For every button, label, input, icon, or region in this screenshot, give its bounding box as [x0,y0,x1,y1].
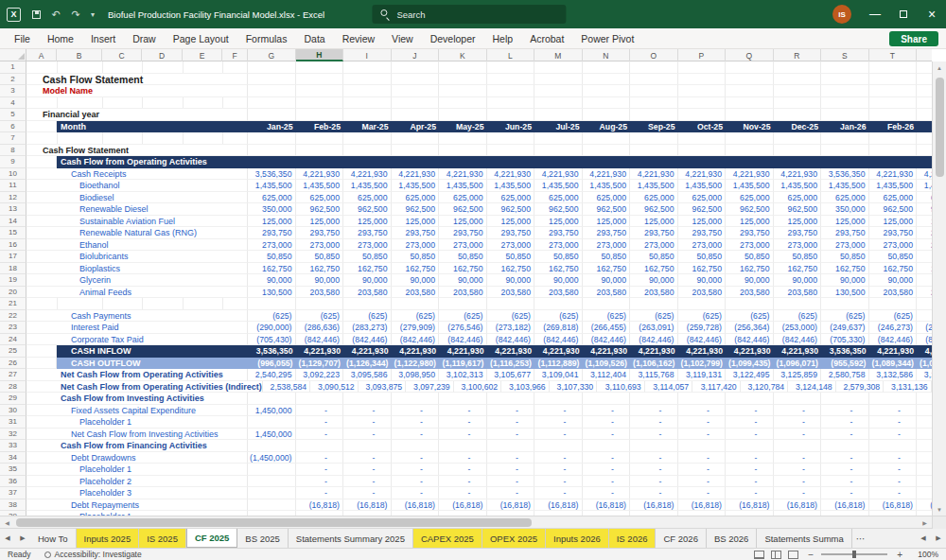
cell-I19[interactable]: 90,000 [343,274,392,287]
cell-R14[interactable]: 125,000 [774,216,822,228]
cell-H35[interactable]: - [296,464,344,476]
cell-J2[interactable] [392,74,440,86]
column-header-B[interactable]: B [57,49,102,61]
cell-U30[interactable]: - [917,405,932,417]
cell-U8[interactable] [917,145,932,157]
cell-P1[interactable] [678,61,727,74]
cell-K17[interactable]: 50,850 [439,251,487,263]
cell-H18[interactable]: 162,750 [296,263,344,275]
cell-S20[interactable]: 130,500 [821,287,869,299]
cell-K31[interactable]: - [439,416,487,429]
row-label-25[interactable]: CASH INFLOW [57,345,248,358]
cell-O15[interactable]: 293,750 [630,227,678,239]
cell-H8[interactable] [296,145,344,157]
cell-L19[interactable]: 90,000 [487,274,535,287]
cell-I27[interactable]: 3,095,586 [343,369,392,381]
cell-H10[interactable]: 4,221,930 [296,168,344,181]
row-header-10[interactable]: 10 [0,168,26,181]
cell-N8[interactable] [583,145,631,157]
cell-U34[interactable]: - [917,452,932,464]
cell-J20[interactable]: 203,580 [392,287,440,299]
cell-G2[interactable] [248,74,296,86]
cell-S28[interactable]: 2,579,308 [836,381,885,394]
cell-T35[interactable]: - [869,464,918,476]
cell-T27[interactable]: 3,132,586 [869,369,918,381]
row-header-18[interactable]: 18 [0,263,26,275]
cell-N20[interactable]: 203,580 [583,287,631,299]
zoom-in-button[interactable]: + [897,550,902,560]
cell-G23[interactable]: (290,000) [248,322,296,334]
share-button[interactable]: Share [889,31,938,46]
select-all-corner[interactable] [0,49,26,61]
cell-S25[interactable]: 3,536,350 [821,345,869,358]
cell-J25[interactable]: 4,221,930 [392,345,440,358]
row-label-3[interactable]: Model Name [26,85,248,97]
cell-Q13[interactable]: 962,500 [726,203,774,216]
cell-S24[interactable]: (705,330) [821,334,869,346]
cell-R4[interactable] [774,97,822,110]
cell-Q32[interactable]: - [726,429,774,441]
sheet-tab-cf-2025[interactable]: CF 2025 [186,529,237,548]
column-header-J[interactable]: J [392,49,440,61]
column-header-E[interactable]: E [183,49,222,61]
cell-J11[interactable]: 1,435,500 [392,180,440,192]
cell-G17[interactable]: 50,850 [248,251,296,263]
cell-J38[interactable]: (16,818) [392,499,440,512]
cell-J31[interactable]: - [392,416,440,429]
cell-J4[interactable] [392,97,440,110]
cell-M11[interactable]: 1,435,500 [534,180,583,192]
row-label-23[interactable]: Interest Paid [26,322,248,334]
cell-P24[interactable]: (842,446) [678,334,727,346]
cell-M36[interactable]: - [534,476,583,488]
cell-N36[interactable]: - [583,476,631,488]
cell-I2[interactable] [343,74,392,86]
cell-L31[interactable]: - [487,416,535,429]
cell-G33[interactable] [248,440,296,452]
cell-I7[interactable] [343,132,392,145]
cell-I10[interactable]: 4,221,930 [343,168,392,181]
cell-R26[interactable]: (1,096,071) [774,358,822,370]
row-header-3[interactable]: 3 [0,85,26,97]
cell-P34[interactable]: - [678,452,727,464]
cell-O6[interactable]: Sep-25 [630,121,678,133]
cell-P36[interactable]: - [678,476,727,488]
cell-S16[interactable]: 273,000 [821,239,869,252]
cell-S11[interactable]: 1,435,500 [821,180,869,192]
cell-U36[interactable]: - [917,476,932,488]
cell-J37[interactable]: - [392,487,440,499]
cell-N23[interactable]: (266,455) [583,322,631,334]
cell-K5[interactable] [439,109,487,121]
cell-J28[interactable]: 3,097,239 [406,381,454,394]
cell-K2[interactable] [439,74,487,86]
cell-H30[interactable]: - [296,405,344,417]
horizontal-scroll-thumb[interactable] [16,518,532,527]
cell-G15[interactable]: 293,750 [248,227,296,239]
cell-M37[interactable]: - [534,487,583,499]
zoom-slider-thumb[interactable] [852,551,856,558]
cell-R5[interactable] [774,109,822,121]
ribbon-tab-insert[interactable]: Insert [82,28,124,48]
cell-J22[interactable]: (625) [392,310,440,323]
tab-scroll-left-icon[interactable]: ◀ [916,529,931,548]
row-header-38[interactable]: 38 [0,499,26,512]
cell-J35[interactable]: - [392,464,440,476]
cell-U19[interactable]: 90,000 [917,274,932,287]
cell-T23[interactable]: (246,273) [869,322,918,334]
cell-N14[interactable]: 125,000 [583,216,631,228]
row-header-13[interactable]: 13 [0,203,26,216]
cell-L5[interactable] [487,109,535,121]
cell-M16[interactable]: 273,000 [534,239,583,252]
cell-R19[interactable]: 90,000 [774,274,822,287]
cell-H6[interactable]: Feb-25 [296,121,344,133]
cell-A26[interactable] [26,358,57,370]
cell-O1[interactable] [630,61,678,74]
cell-Q6[interactable]: Nov-25 [726,121,774,133]
cell-R30[interactable]: - [774,405,822,417]
cell-S29[interactable] [821,393,869,405]
ribbon-tab-help[interactable]: Help [484,28,522,48]
row-label-38[interactable]: Debt Repayments [26,499,248,512]
cell-P30[interactable]: - [678,405,727,417]
cell-L21[interactable] [487,298,535,310]
column-header-O[interactable]: O [630,49,678,61]
row-header-6[interactable]: 6 [0,121,26,133]
